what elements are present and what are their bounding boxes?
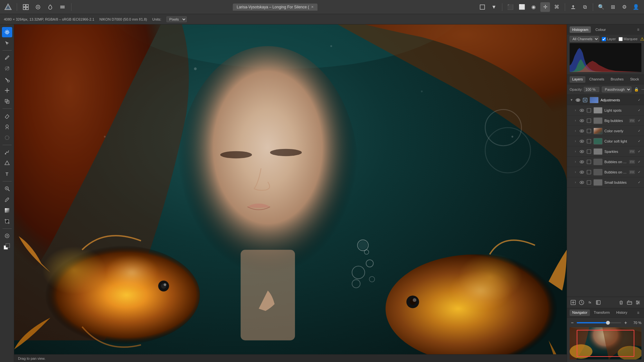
view-tool-btn[interactable]: [2, 231, 12, 241]
search-btn[interactable]: 🔍: [596, 2, 606, 12]
brushes-tab[interactable]: Brushes: [608, 76, 626, 83]
eyedropper-tool-btn[interactable]: [2, 194, 12, 205]
grid-tool-btn[interactable]: [21, 2, 31, 12]
erase-tool-btn[interactable]: [2, 111, 12, 121]
duplicate-btn[interactable]: ⧉: [580, 2, 590, 12]
gradient-tool-btn[interactable]: [2, 205, 12, 216]
settings-btn[interactable]: ⚙: [620, 2, 629, 12]
layer-expand-color-overly[interactable]: ›: [573, 129, 577, 133]
pan-tool-btn[interactable]: [2, 27, 12, 37]
layers-menu-btn[interactable]: ≡: [643, 76, 644, 83]
active-btn[interactable]: ✛: [540, 2, 550, 12]
zoom-minus-btn[interactable]: −: [570, 320, 575, 325]
marquee-checkbox-label[interactable]: Marquee: [619, 37, 638, 41]
histogram-tab[interactable]: Histogram: [570, 26, 591, 33]
history-tab[interactable]: History: [614, 310, 630, 316]
clone-tool-btn[interactable]: [2, 96, 12, 107]
document-tab[interactable]: Larisa-Vysotskaya – Longing For Silence …: [233, 4, 317, 11]
share-btn[interactable]: [568, 2, 578, 12]
layer-item-color-soft-light[interactable]: › Color soft light ✓: [567, 136, 644, 146]
layer-visibility-big-bubbles[interactable]: [579, 118, 584, 123]
layer-checkbox-label[interactable]: Layer: [602, 37, 616, 41]
zoom-slider[interactable]: [577, 322, 621, 323]
layers-tab[interactable]: Layers: [570, 76, 585, 83]
layer-visibility-small-bubbles[interactable]: [579, 180, 584, 185]
layer-check-sparkles[interactable]: ✓: [637, 149, 641, 154]
layer-item-bubbles-left[interactable]: › Bubbles on the left FX ✓: [567, 167, 644, 177]
layer-expand-light-spots[interactable]: ›: [573, 108, 577, 112]
blur-tool-btn[interactable]: [2, 133, 12, 143]
layer-visibility-light-spots[interactable]: [579, 108, 584, 113]
navigator-thumbnail[interactable]: [570, 327, 641, 359]
layer-lock-btn[interactable]: 🔒: [634, 86, 639, 93]
add-mask-layer-btn[interactable]: [595, 299, 602, 306]
pen-tool-btn[interactable]: [2, 147, 12, 157]
crop-tool-btn[interactable]: [2, 216, 12, 227]
delete-layer-btn[interactable]: [618, 299, 625, 306]
layer-check-bubbles-left[interactable]: ✓: [637, 170, 641, 174]
add-fx-layer-btn[interactable]: fx: [586, 299, 593, 306]
layer-expand-adjustments[interactable]: ▼: [570, 98, 573, 102]
layer-expand-color-soft-light[interactable]: ›: [573, 139, 577, 143]
square-btn[interactable]: ⬛: [506, 2, 515, 12]
units-select[interactable]: Pixels Inches CM: [166, 16, 187, 22]
move-tool-btn[interactable]: [2, 38, 12, 48]
layer-visibility-adjustments[interactable]: [575, 97, 581, 103]
navigator-viewport[interactable]: [577, 330, 634, 357]
layer-expand-bubbles-right[interactable]: ›: [573, 160, 577, 164]
add-pixel-layer-btn[interactable]: [570, 299, 577, 306]
layer-check-bubbles-right[interactable]: ✓: [637, 160, 641, 164]
flood-fill-btn[interactable]: [2, 74, 12, 85]
layer-item-sparkles[interactable]: › Sparkles FX ✓: [567, 146, 644, 157]
add-adjustment-layer-btn[interactable]: [578, 299, 585, 306]
layer-expand-bubbles-left[interactable]: ›: [573, 170, 577, 174]
layer-expand-big-bubbles[interactable]: ›: [573, 119, 577, 123]
layer-item-big-bubbles[interactable]: › Big bubbles FX ✓: [567, 116, 644, 126]
layer-item-color-overly[interactable]: › Color overly ✓: [567, 126, 644, 136]
layer-expand-sparkles[interactable]: ›: [573, 150, 577, 153]
layer-check-light-spots[interactable]: ✓: [637, 108, 641, 113]
view-mode-2-btn[interactable]: ▼: [489, 2, 499, 12]
layer-item-small-bubbles[interactable]: › Small bubbles ✓: [567, 177, 644, 188]
layer-visibility-bubbles-left[interactable]: [579, 170, 584, 175]
layer-check-small-bubbles[interactable]: ✓: [637, 180, 641, 185]
stock-tab[interactable]: Stock: [628, 76, 642, 83]
selection-brush-btn[interactable]: [2, 63, 12, 74]
text-tool-btn[interactable]: T: [2, 169, 12, 179]
person-btn[interactable]: 👤: [631, 2, 641, 12]
layer-item-adjustments[interactable]: ▼ Adjustments ✓: [567, 95, 644, 105]
macro-tool-btn[interactable]: [58, 2, 67, 12]
view-mode-1-btn[interactable]: [478, 2, 487, 12]
color-tool-btn[interactable]: [45, 2, 55, 12]
marquee-checkbox[interactable]: [619, 37, 623, 41]
layer-checkbox[interactable]: [602, 37, 606, 41]
layer-expand-small-bubbles[interactable]: ›: [573, 181, 577, 184]
dot-btn[interactable]: ◉: [529, 2, 538, 12]
layer-check-color-overly[interactable]: ✓: [637, 129, 641, 133]
channels-tab[interactable]: Channels: [587, 76, 607, 83]
zoom-plus-btn[interactable]: +: [623, 320, 628, 325]
layer-visibility-sparkles[interactable]: [579, 149, 584, 154]
navigator-tab[interactable]: Navigator: [570, 310, 590, 316]
opacity-value[interactable]: 100 %: [584, 87, 599, 92]
layer-item-bubbles-right[interactable]: › Bubbles on the right FX ✓: [567, 157, 644, 167]
layer-visibility-color-overly[interactable]: [579, 128, 584, 134]
circle-btn[interactable]: ⬜: [517, 2, 527, 12]
close-document-btn[interactable]: ✕: [311, 5, 314, 9]
layer-settings-btn[interactable]: [634, 299, 641, 306]
dodge-tool-btn[interactable]: [2, 122, 12, 132]
color-swatch-btn[interactable]: [2, 242, 12, 252]
paintbrush-tool-btn[interactable]: [2, 52, 12, 63]
layer-item-light-spots[interactable]: › Light spots ✓: [567, 105, 644, 116]
grid-view-btn[interactable]: ⊞: [608, 2, 618, 12]
cmd-btn[interactable]: ⌘: [552, 2, 562, 12]
layer-visibility-bubbles-right[interactable]: [579, 159, 584, 164]
colour-tab[interactable]: Colour: [593, 26, 608, 33]
layer-check-color-soft-light[interactable]: ✓: [637, 139, 641, 144]
healing-tool-btn[interactable]: [2, 85, 12, 96]
layer-more-btn[interactable]: ⋯: [641, 86, 644, 93]
zoom-tool-btn[interactable]: [2, 183, 12, 194]
histogram-menu-btn[interactable]: ≡: [635, 26, 641, 33]
snap-tool-btn[interactable]: [33, 2, 43, 12]
layer-check-adjustments[interactable]: ✓: [637, 98, 641, 102]
